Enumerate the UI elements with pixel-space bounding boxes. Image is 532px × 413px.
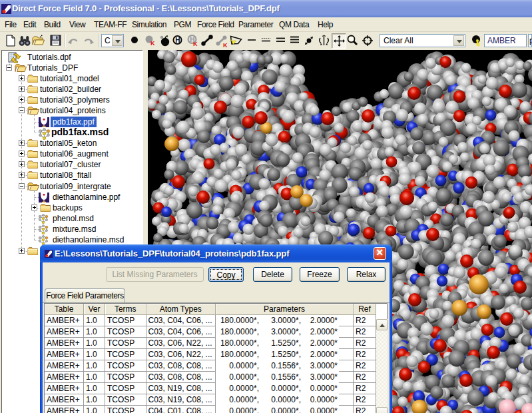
- svg-text:K: K: [150, 40, 155, 46]
- svg-text:H: H: [175, 37, 180, 44]
- svg-text:K: K: [193, 41, 198, 47]
- svg-text:K: K: [223, 42, 228, 48]
